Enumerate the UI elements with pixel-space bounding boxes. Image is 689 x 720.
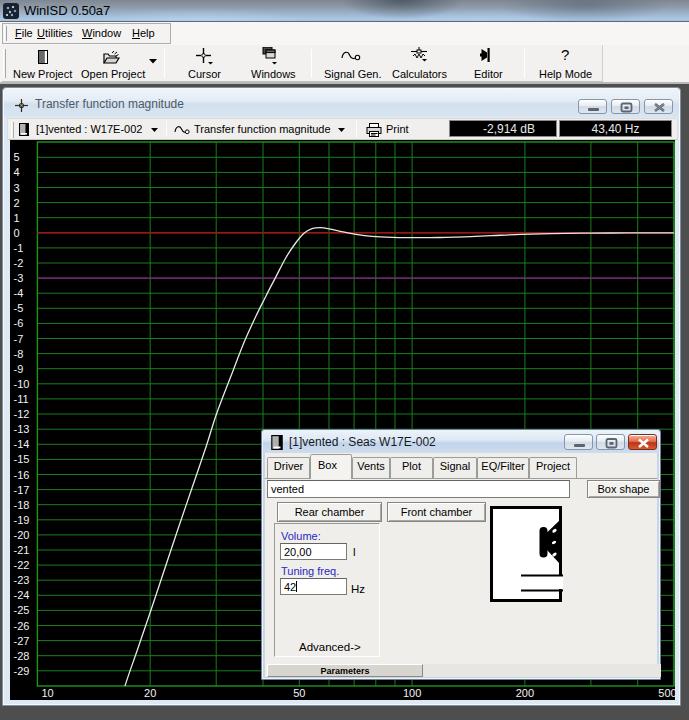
svg-text:-15: -15 [14, 453, 30, 465]
svg-text:-24: -24 [14, 589, 30, 601]
svg-text:-25: -25 [14, 604, 30, 616]
svg-text:1: 1 [14, 212, 20, 224]
svg-text:-9: -9 [14, 363, 24, 375]
svg-text:100: 100 [403, 687, 421, 699]
svg-text:-4: -4 [14, 287, 24, 299]
svg-text:-3: -3 [14, 272, 24, 284]
svg-text:-27: -27 [14, 635, 30, 647]
svg-text:-13: -13 [14, 423, 30, 435]
svg-text:-6: -6 [14, 317, 24, 329]
svg-text:-21: -21 [14, 544, 30, 556]
svg-text:-7: -7 [14, 333, 24, 345]
svg-text:-8: -8 [14, 348, 24, 360]
svg-text:-22: -22 [14, 559, 30, 571]
svg-text:5: 5 [14, 151, 20, 163]
svg-text:-14: -14 [14, 438, 30, 450]
svg-text:50: 50 [293, 687, 305, 699]
svg-text:-5: -5 [14, 302, 24, 314]
svg-text:3: 3 [14, 182, 20, 194]
svg-text:4: 4 [14, 166, 20, 178]
svg-text:200: 200 [516, 687, 534, 699]
svg-text:0: 0 [14, 227, 20, 239]
svg-text:-19: -19 [14, 514, 30, 526]
svg-text:-18: -18 [14, 499, 30, 511]
svg-text:-11: -11 [14, 393, 29, 405]
svg-text:-17: -17 [14, 484, 30, 496]
svg-text:-10: -10 [14, 378, 30, 390]
svg-text:-29: -29 [14, 665, 30, 677]
svg-text:20: 20 [144, 687, 156, 699]
svg-text:-1: -1 [14, 242, 24, 254]
svg-text:2: 2 [14, 197, 20, 209]
svg-text:-20: -20 [14, 529, 30, 541]
svg-text:10: 10 [41, 687, 53, 699]
svg-text:500: 500 [658, 687, 675, 699]
svg-text:-2: -2 [14, 257, 24, 269]
svg-text:-12: -12 [14, 408, 30, 420]
svg-text:-23: -23 [14, 574, 30, 586]
svg-text:-28: -28 [14, 650, 30, 662]
svg-text:-16: -16 [14, 469, 30, 481]
svg-text:-26: -26 [14, 620, 30, 632]
